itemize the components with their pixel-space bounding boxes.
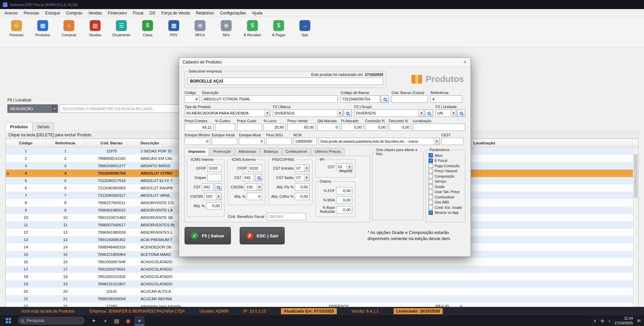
estoque-inicial-input[interactable] <box>212 138 237 145</box>
erp-app-icon[interactable]: ● <box>134 316 145 325</box>
toolbar-orcamento[interactable]: ☰ Orçamento <box>109 19 134 37</box>
estoque-minimo-input[interactable] <box>185 138 210 145</box>
dialog-tab-balanca[interactable]: Balança <box>260 148 282 156</box>
col-referencia[interactable]: Referência <box>46 139 85 147</box>
descricao-input[interactable] <box>202 95 338 103</box>
table-row[interactable]: 20 2010141ACUCAR ALTO A <box>6 288 633 295</box>
edge-icon[interactable]: ◕ <box>100 316 110 325</box>
dialog-tab-impostos[interactable]: Impostos <box>185 148 209 156</box>
preco-compra-input[interactable] <box>185 124 213 131</box>
mva-input[interactable] <box>336 196 352 204</box>
qtd-atacado-input[interactable] <box>317 124 339 131</box>
toolbar-caixa[interactable]: $ Caixa <box>135 19 160 37</box>
icms-interno-cst-input[interactable] <box>202 183 213 191</box>
localizacao-input[interactable] <box>413 124 465 131</box>
col-codigo[interactable]: Código <box>6 139 46 147</box>
table-scrollbar[interactable] <box>633 147 638 312</box>
param-usa-imei[interactable]: Usa IMEI <box>429 200 462 205</box>
barcode-search-button[interactable] <box>381 95 389 103</box>
toolbar-sair[interactable]: → Sair <box>292 19 317 37</box>
hidden-icons-chevron-icon[interactable]: ∧ <box>593 318 597 323</box>
icms-interno-cfop-input[interactable] <box>207 165 222 172</box>
icms-interno-cst-search-button[interactable] <box>215 183 222 191</box>
estoque-atual-input[interactable] <box>239 138 265 145</box>
fcp-input[interactable] <box>336 187 352 194</box>
lucro-pct-input[interactable] <box>264 124 286 131</box>
grup-select[interactable]: DIVERSOS ▼ <box>354 109 424 117</box>
icms-externo-cst-search-button[interactable] <box>255 174 262 181</box>
comissao-input[interactable] <box>365 124 387 131</box>
menu-financeiro[interactable]: Financeiro <box>105 9 130 17</box>
table-row[interactable]: 16 167891000067048ACHOCOLATADO <box>6 258 633 266</box>
toolbar-nfce[interactable]: ⊕ NFCe <box>188 19 212 37</box>
table-row[interactable]: 19 197898215151807ACHOCOLATADO <box>6 280 633 288</box>
photo-group[interactable]: Dois cliques para alterar a foto. <box>372 148 424 220</box>
pis-cst-saida-select[interactable]: 07▼ <box>295 174 310 181</box>
scrollbar-thumb[interactable] <box>634 154 638 198</box>
unidade-select[interactable]: UN ▼ <box>436 109 456 117</box>
menu-estoque[interactable]: Estoque <box>42 9 63 17</box>
menu-forca-de-venda[interactable]: Força de Venda <box>158 9 193 17</box>
icms-externo-aliq-input[interactable] <box>247 193 262 200</box>
custos-pct-input[interactable] <box>215 124 235 131</box>
desconto-input[interactable] <box>389 124 411 131</box>
icms-interno-aliq-input[interactable] <box>206 202 222 209</box>
toolbar-compras[interactable]: ⌂ Compras <box>56 19 81 37</box>
pis-cst-entrada-select[interactable]: 07▼ <box>295 165 310 172</box>
preco-custo-input[interactable] <box>237 124 262 131</box>
param-grade[interactable]: Grade <box>429 184 462 189</box>
empresa-select[interactable]: BORCELLE AÇAÍ <box>188 78 383 85</box>
col-cod-barras[interactable]: Cód. Barras <box>85 139 138 147</box>
menu-pessoas[interactable]: Pessoas <box>21 9 42 17</box>
table-row[interactable]: 21 217896508200034ACUCAR REFINA <box>6 295 633 302</box>
volume-icon[interactable]: ♪ <box>608 318 611 323</box>
aliq-pis-input[interactable] <box>295 183 310 191</box>
icms-externo-cst-input[interactable] <box>243 174 254 181</box>
copilot-icon[interactable]: ✦ <box>89 316 99 325</box>
exit-button[interactable]: ✗ ESC | Sair <box>240 227 285 244</box>
base-reduzida-input[interactable] <box>336 206 352 214</box>
menu-ajuda[interactable]: Ajuda <box>249 9 266 17</box>
network-icon[interactable]: ⊕ <box>601 318 604 323</box>
param-ativo[interactable]: Ativo <box>429 153 462 158</box>
icms-interno-csosn-select[interactable]: 102▼ <box>204 193 222 200</box>
toolbar-a-pagar[interactable]: $ À Pagar <box>266 19 291 37</box>
cest-input[interactable] <box>441 138 464 145</box>
toolbar-pdv[interactable]: ▦ PDV <box>161 19 186 37</box>
menu-relatorios[interactable]: Relatórios <box>193 9 217 17</box>
menu-vendas[interactable]: Vendas <box>85 9 105 17</box>
grupo-search-button[interactable] <box>425 109 433 117</box>
folder-icon[interactable]: ▤ <box>112 316 122 325</box>
dialog-tab-ultimos-precos[interactable]: Ultimos Preços <box>311 148 344 156</box>
peso-input[interactable] <box>266 138 292 145</box>
param-e-fiscal[interactable]: É Fiscal <box>429 158 462 164</box>
codigo-input[interactable] <box>185 95 199 103</box>
dialog-tab-adicionais[interactable]: Adicionais <box>235 148 260 156</box>
param-servico[interactable]: Serviço <box>429 179 462 184</box>
toolbar-pessoas[interactable]: ☺ Pessoas <box>4 19 29 37</box>
taskbar-clock[interactable]: 11:34 27/10/2025 <box>614 316 633 326</box>
toolbar-a-receber[interactable]: $ À Receber <box>240 19 265 37</box>
marca-select[interactable]: DIVERSOS ▼ <box>273 109 343 117</box>
marca-search-button[interactable] <box>344 109 352 117</box>
menu-fiscal[interactable]: Fiscal <box>130 9 146 17</box>
dialog-tab-combustivel[interactable]: Combustível <box>282 148 311 156</box>
icms-externo-cfop-input[interactable] <box>248 165 262 172</box>
param-paga-comissao[interactable]: Paga Comissão <box>429 163 462 169</box>
table-row[interactable]: 18 187891000101926ACHOCOLATADO <box>6 273 633 280</box>
menu-acesso[interactable]: Acesso <box>1 9 21 17</box>
barras-caixa-input[interactable] <box>392 95 428 103</box>
tipo-produto-select[interactable]: 00-MERCADORIA PARA REVENDA ▼ <box>185 109 270 117</box>
menu-os[interactable]: OS <box>147 9 158 17</box>
preco-venda-input[interactable] <box>287 124 316 131</box>
save-button[interactable]: ✓ F5 | Salvar <box>185 227 231 244</box>
dialog-close-button[interactable]: × <box>459 58 471 66</box>
tab-produtos[interactable]: Produtos <box>5 123 33 131</box>
chrome-icon[interactable]: ◉ <box>123 316 133 325</box>
start-button[interactable] <box>3 316 13 325</box>
icms-interno-origem-input[interactable] <box>207 174 222 181</box>
menu-configuracoes[interactable]: Configurações <box>217 9 249 17</box>
icms-externo-csosn-select[interactable]: 102▼ <box>245 183 262 191</box>
menu-compras[interactable]: Compras <box>63 9 85 17</box>
unidade-search-button[interactable] <box>457 109 465 117</box>
